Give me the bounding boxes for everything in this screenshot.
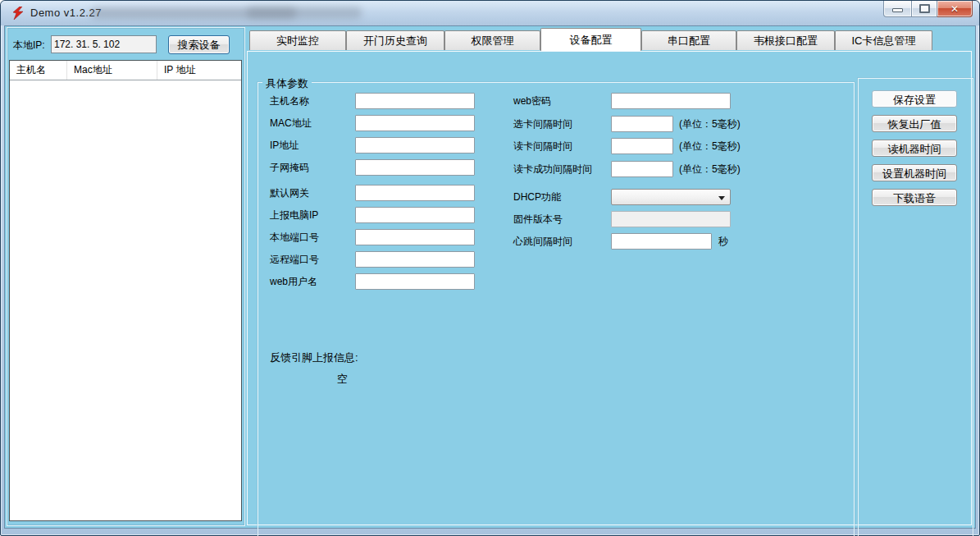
tab-strip: 实时监控 开门历史查询 权限管理 设备配置 串口配置 韦根接口配置 IC卡信息管… [247, 28, 973, 51]
heartbeat-interval-label: 心跳间隔时间 [513, 233, 572, 250]
card-read-success-interval-unit: (单位：5毫秒) [679, 161, 741, 177]
card-select-interval-label: 选卡间隔时间 [513, 116, 572, 132]
tab-ic-card-info[interactable]: IC卡信息管理 [835, 30, 932, 50]
ip-address-input[interactable] [355, 137, 475, 153]
subnet-mask-input[interactable] [355, 159, 475, 176]
web-username-label: web用户名 [270, 273, 317, 290]
column-header-mac[interactable]: Mac地址 [67, 61, 157, 80]
search-device-button[interactable]: 搜索设备 [168, 35, 230, 54]
card-read-interval-input[interactable] [611, 138, 673, 154]
ip-address-label: IP地址 [270, 137, 299, 153]
card-read-success-interval-input[interactable] [611, 161, 673, 177]
local-port-label: 本地端口号 [270, 229, 319, 245]
feedback-pin-report-value: 空 [337, 372, 348, 387]
group-actions: 保存设置 恢复出厂值 读机器时间 设置机器时间 下载语音 [858, 78, 973, 536]
card-select-interval-unit: (单位：5毫秒) [679, 116, 741, 132]
feedback-pin-report-label: 反馈引脚上报信息: [270, 350, 358, 365]
tab-serial-config[interactable]: 串口配置 [641, 30, 736, 50]
card-read-interval-unit: (单位：5毫秒) [679, 138, 741, 154]
tab-realtime-monitor[interactable]: 实时监控 [249, 30, 346, 50]
card-read-interval-label: 读卡间隔时间 [513, 138, 572, 154]
default-gateway-input[interactable] [355, 185, 475, 201]
restore-factory-button[interactable]: 恢复出厂值 [872, 115, 957, 132]
client-area: 本地IP: 搜索设备 主机名 Mac地址 IP 地址 实时监控 开门历史查询 权… [4, 25, 976, 529]
report-pc-ip-input[interactable] [355, 207, 475, 223]
save-settings-button[interactable]: 保存设置 [872, 90, 957, 108]
card-read-success-interval-label: 读卡成功间隔时间 [513, 161, 592, 177]
minimize-button[interactable] [883, 1, 912, 17]
local-port-input[interactable] [355, 229, 475, 245]
device-list[interactable]: 主机名 Mac地址 IP 地址 [9, 60, 242, 521]
remote-port-input[interactable] [355, 251, 475, 268]
host-name-input[interactable] [355, 93, 475, 109]
report-pc-ip-label: 上报电脑IP [270, 207, 318, 223]
download-voice-button[interactable]: 下载语音 [872, 189, 957, 206]
set-machine-time-button[interactable]: 设置机器时间 [872, 164, 957, 181]
heartbeat-interval-input[interactable] [611, 233, 712, 250]
titlebar[interactable]: Demo v1.2.27 ✕ [1, 1, 979, 25]
device-list-body[interactable] [10, 80, 241, 520]
firmware-version-label: 固件版本号 [513, 211, 563, 227]
window-controls: ✕ [883, 1, 973, 16]
group-title: 具体参数 [262, 76, 312, 91]
device-config-page: 具体参数 主机名称 MAC地址 IP地址 子网掩 [247, 51, 972, 525]
dhcp-function-select[interactable] [611, 189, 731, 205]
app-logo-lightning-icon [11, 7, 25, 20]
tab-device-config[interactable]: 设备配置 [540, 28, 641, 51]
firmware-version-input [611, 211, 731, 227]
app-window: Demo v1.2.27 ✕ 本地IP: 搜索设备 主机名 Mac地址 [0, 0, 980, 536]
close-icon: ✕ [950, 3, 959, 15]
web-password-input[interactable] [611, 93, 731, 109]
card-select-interval-input[interactable] [611, 116, 673, 132]
remote-port-label: 远程端口号 [270, 251, 319, 268]
host-name-label: 主机名称 [270, 93, 309, 109]
device-search-panel: 本地IP: 搜索设备 主机名 Mac地址 IP 地址 [7, 27, 245, 526]
chevron-down-icon [718, 196, 725, 200]
column-header-ip[interactable]: IP 地址 [157, 61, 241, 80]
default-gateway-label: 默认网关 [270, 185, 309, 201]
tab-door-open-history[interactable]: 开门历史查询 [346, 30, 444, 50]
read-machine-time-button[interactable]: 读机器时间 [872, 140, 957, 157]
maximize-button[interactable] [912, 1, 937, 17]
dhcp-function-label: DHCP功能 [513, 189, 561, 205]
local-ip-input[interactable] [51, 35, 157, 53]
main-area: 实时监控 开门历史查询 权限管理 设备配置 串口配置 韦根接口配置 IC卡信息管… [245, 26, 975, 528]
minimize-icon [892, 8, 903, 12]
column-header-hostname[interactable]: 主机名 [10, 61, 67, 80]
mac-address-input[interactable] [355, 115, 475, 131]
tab-permission-management[interactable]: 权限管理 [444, 30, 540, 50]
device-list-header: 主机名 Mac地址 IP 地址 [10, 61, 241, 80]
close-button[interactable]: ✕ [937, 1, 973, 17]
web-username-input[interactable] [355, 273, 475, 290]
heartbeat-interval-unit: 秒 [718, 233, 728, 250]
local-ip-label: 本地IP: [13, 39, 45, 53]
maximize-icon [919, 4, 930, 13]
group-specific-params: 具体参数 主机名称 MAC地址 IP地址 子网掩 [258, 82, 855, 536]
subnet-mask-label: 子网掩码 [270, 159, 309, 176]
mac-address-label: MAC地址 [270, 115, 312, 131]
tab-wiegand-config[interactable]: 韦根接口配置 [736, 30, 835, 50]
web-password-label: web密码 [513, 93, 551, 109]
titlebar-blur-artifact [247, 7, 362, 19]
